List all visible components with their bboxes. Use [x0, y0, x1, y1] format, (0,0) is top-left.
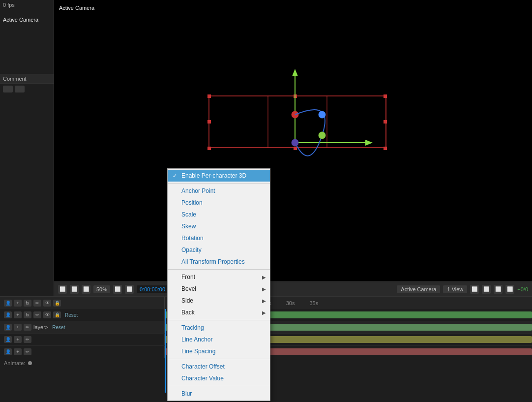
row-icon-add[interactable]: + — [14, 311, 22, 318]
row-left-4: 👤 + ✏ — [0, 346, 165, 358]
row-icon-2c[interactable]: ✏ — [24, 324, 31, 331]
row-icon-eye[interactable]: 👁 — [43, 311, 51, 318]
animate-dot — [28, 361, 32, 365]
svg-rect-10 — [207, 120, 211, 124]
svg-rect-5 — [384, 94, 387, 98]
menu-label-rotation: Rotation — [181, 235, 204, 242]
animate-label: Animate: — [4, 360, 25, 366]
row-icon-3a: 👤 — [4, 336, 12, 343]
monitor-icon[interactable]: ⬜ — [70, 285, 79, 294]
time-display[interactable]: 0:00:00:00 — [137, 285, 168, 293]
svg-rect-9 — [294, 147, 297, 150]
viewport: Active Camera — [54, 0, 532, 281]
time-35s: 35s — [310, 300, 319, 306]
row-icon-3b[interactable]: + — [14, 336, 22, 343]
camera-selector[interactable]: Active Camera — [397, 285, 440, 293]
row-icon-2b[interactable]: + — [14, 324, 22, 331]
menu-item-enable-per-character-3d[interactable]: Enable Per-character 3D — [168, 170, 270, 182]
icon-box-2 — [15, 86, 25, 93]
small-icons-row — [0, 84, 54, 94]
menu-label-line-spacing: Line Spacing — [181, 348, 215, 355]
active-camera-top: Active Camera — [0, 15, 54, 25]
menu-label-character-offset: Character Offset — [181, 363, 225, 370]
menu-label-enable-per-character-3d: Enable Per-character 3D — [181, 172, 246, 179]
menu-label-bevel: Bevel — [181, 285, 196, 292]
menu-label-all-transform: All Transform Properties — [181, 258, 245, 265]
menu-label-opacity: Opacity — [181, 247, 202, 253]
menu-item-blur[interactable]: Blur — [168, 388, 270, 400]
svg-point-17 — [319, 111, 325, 118]
svg-rect-11 — [384, 120, 387, 124]
lock-icon[interactable]: 🔒 — [53, 300, 61, 307]
zoom-percent[interactable]: 50% — [93, 285, 110, 293]
menu-item-all-transform[interactable]: All Transform Properties — [168, 256, 270, 268]
menu-item-position[interactable]: Position — [168, 197, 270, 209]
add-icon[interactable]: + — [14, 300, 22, 307]
svg-point-18 — [292, 139, 298, 146]
comment-bar: Comment — [0, 74, 54, 84]
row-icon-4a: 👤 — [4, 348, 12, 355]
row-icon-4c[interactable]: ✏ — [24, 348, 31, 355]
menu-label-blur: Blur — [181, 390, 192, 397]
menu-item-character-offset[interactable]: Character Offset — [168, 361, 270, 372]
menu-item-anchor-point[interactable]: Anchor Point — [168, 185, 270, 197]
fx-icon[interactable]: fx — [24, 300, 31, 307]
row-icon-person: 👤 — [4, 311, 12, 318]
menu-separator-3 — [168, 359, 270, 359]
reset-button-2[interactable]: Reset — [50, 324, 67, 331]
refresh-icon[interactable]: ⬜ — [125, 285, 134, 294]
row-left-3: 👤 + ✏ — [0, 334, 165, 345]
menu-separator-2 — [168, 320, 270, 320]
eye-icon[interactable]: 👁 — [43, 300, 51, 307]
layout-icon-2[interactable]: ⬜ — [482, 285, 491, 294]
menu-label-back: Back — [181, 309, 195, 316]
timeline-icons: 👤 + fx ✏ 👁 🔒 — [4, 300, 61, 307]
menu-item-back[interactable]: Back — [168, 307, 270, 318]
brush-icon[interactable]: ✏ — [33, 300, 41, 307]
layout-icon-3[interactable]: ⬜ — [494, 285, 502, 294]
menu-label-anchor-point: Anchor Point — [181, 187, 215, 194]
menu-separator-1 — [168, 269, 270, 270]
menu-label-tracking: Tracking — [181, 324, 204, 331]
row-left-2: 👤 + ✏ layer> Reset — [0, 321, 165, 333]
menu-item-scale[interactable]: Scale — [168, 209, 270, 220]
menu-item-line-anchor[interactable]: Line Anchor — [168, 334, 270, 345]
expand-icon[interactable]: ⬜ — [113, 285, 122, 294]
menu-label-skew: Skew — [181, 223, 196, 230]
time-30s: 30s — [286, 300, 295, 306]
settings-icon[interactable]: ⬜ — [505, 285, 514, 294]
camera-icon[interactable]: ⬜ — [82, 285, 90, 294]
menu-label-position: Position — [181, 199, 203, 206]
view-selector[interactable]: 1 View — [443, 285, 467, 293]
layout-icon-1[interactable]: ⬜ — [470, 285, 479, 294]
row-icon-3c[interactable]: ✏ — [24, 336, 31, 343]
menu-item-line-spacing[interactable]: Line Spacing — [168, 345, 270, 357]
row-left-1: 👤 + fx ✏ 👁 🔒 Reset — [0, 309, 165, 321]
menu-item-side[interactable]: Side — [168, 295, 270, 307]
reset-button-1[interactable]: Reset — [63, 311, 80, 319]
film-icon[interactable]: ⬜ — [58, 285, 67, 294]
row-icon-fx[interactable]: fx — [24, 311, 31, 318]
row-icon-brush[interactable]: ✏ — [33, 311, 41, 318]
svg-rect-4 — [207, 94, 211, 98]
menu-separator-0 — [168, 183, 270, 184]
person-icon: 👤 — [4, 300, 12, 307]
menu-label-character-value: Character Value — [181, 375, 224, 382]
timeline-left-header: 👤 + fx ✏ 👁 🔒 — [0, 297, 165, 309]
row-icon-lock[interactable]: 🔒 — [53, 311, 61, 318]
fps-label: 0 fps — [0, 0, 54, 10]
menu-item-character-value[interactable]: Character Value — [168, 372, 270, 384]
menu-item-tracking[interactable]: Tracking — [168, 322, 270, 334]
menu-label-front: Front — [181, 274, 195, 280]
svg-rect-0 — [209, 96, 386, 148]
menu-item-opacity[interactable]: Opacity — [168, 244, 270, 256]
row-icon-4b[interactable]: + — [14, 348, 22, 355]
menu-item-bevel[interactable]: Bevel — [168, 283, 270, 295]
menu-item-rotation[interactable]: Rotation — [168, 232, 270, 244]
menu-item-front[interactable]: Front — [168, 271, 270, 283]
menu-label-line-anchor: Line Anchor — [181, 336, 212, 343]
menu-item-skew[interactable]: Skew — [168, 220, 270, 232]
row-icon-2a: 👤 — [4, 324, 12, 331]
icon-box-1 — [3, 86, 13, 93]
svg-point-19 — [319, 132, 325, 139]
